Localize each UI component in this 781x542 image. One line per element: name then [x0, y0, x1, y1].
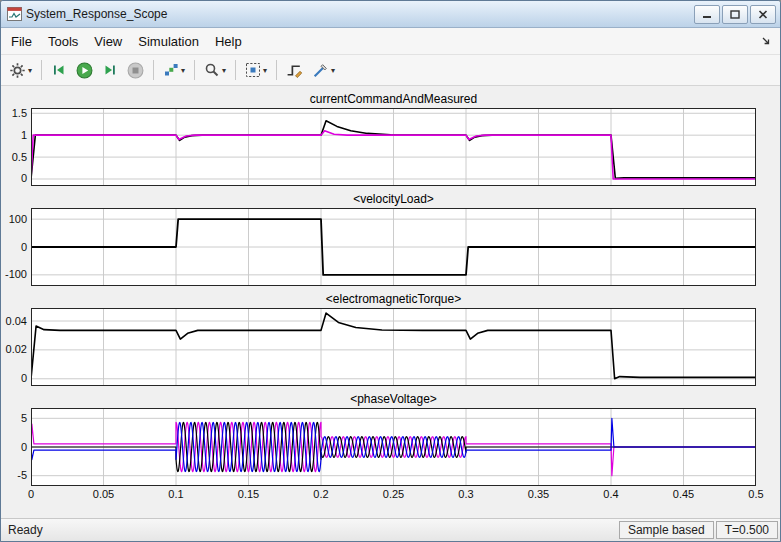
plot-3: <electromagneticTorque>00.020.04	[1, 292, 780, 386]
y-tick-label: 0	[21, 241, 27, 253]
sim-time-box: T=0.500	[716, 521, 778, 539]
cursor-measurements-button[interactable]: ▾	[308, 58, 339, 83]
menubar: FileToolsViewSimulationHelp	[1, 28, 780, 55]
step-forward-button[interactable]	[98, 58, 122, 82]
y-tick-label: 0	[21, 372, 27, 384]
y-tick-label: -100	[5, 268, 27, 280]
plot-2: <velocityLoad>-1000100	[1, 192, 780, 286]
plot-canvas-3[interactable]: 00.020.04	[1, 308, 780, 386]
y-tick-label: 100	[9, 213, 27, 225]
x-tick-label: 0.3	[458, 488, 473, 500]
maximize-button[interactable]	[722, 5, 748, 24]
dropdown-caret-icon: ▾	[263, 66, 267, 75]
settings-button[interactable]: ▾	[5, 58, 36, 83]
y-tick-label: 0	[21, 441, 27, 453]
menu-item-simulation[interactable]: Simulation	[130, 30, 207, 53]
dropdown-caret-icon: ▾	[28, 66, 32, 75]
minimize-button[interactable]	[694, 5, 720, 24]
plot-title-3: <electromagneticTorque>	[31, 292, 756, 307]
zoom-button[interactable]: ▾	[200, 58, 230, 82]
plot-title-1: currentCommandAndMeasured	[31, 92, 756, 107]
stepping-options-button[interactable]: ▾	[159, 58, 189, 82]
trigger-icon	[286, 62, 303, 79]
x-tick-label: 0.4	[603, 488, 618, 500]
toolbar-divider	[153, 60, 154, 80]
y-tick-label: 1.5	[12, 108, 27, 119]
status-text: Ready	[3, 523, 43, 537]
menu-item-file[interactable]: File	[3, 30, 40, 53]
menu-item-tools[interactable]: Tools	[40, 30, 86, 53]
close-icon	[758, 10, 768, 19]
gear-icon	[9, 62, 26, 79]
menu-item-view[interactable]: View	[86, 30, 130, 53]
x-tick-label: 0.5	[748, 488, 763, 500]
y-tick-label: 0.04	[6, 315, 27, 327]
toolbar-divider	[276, 60, 277, 80]
dropdown-caret-icon: ▾	[331, 66, 335, 75]
toolbar-divider	[194, 60, 195, 80]
step-back-icon	[51, 62, 67, 78]
measure-icon	[312, 62, 329, 79]
stop-icon	[127, 62, 144, 79]
run-icon	[76, 62, 93, 79]
scope-window: System_Response_Scope FileToolsViewSimul…	[0, 0, 781, 542]
fit-to-view-button[interactable]: ▾	[241, 58, 271, 82]
toolbar-divider	[235, 60, 236, 80]
y-tick-label: -5	[17, 469, 27, 481]
zoom-icon	[204, 62, 220, 78]
run-button[interactable]	[72, 58, 97, 83]
plot-canvas-1[interactable]: 00.511.5	[1, 108, 780, 186]
step-backward-button[interactable]	[47, 58, 71, 82]
x-tick-label: 0.35	[528, 488, 549, 500]
dropdown-caret-icon: ▾	[181, 66, 185, 75]
plot-canvas-2[interactable]: -1000100	[1, 208, 780, 286]
step-forward-icon	[102, 62, 118, 78]
menu-item-help[interactable]: Help	[207, 30, 250, 53]
x-tick-label: 0.15	[238, 488, 259, 500]
titlebar[interactable]: System_Response_Scope	[1, 1, 780, 28]
plot-canvas-4[interactable]: -505	[1, 408, 780, 486]
stop-button[interactable]	[123, 58, 148, 83]
x-axis-labels: 00.050.10.150.20.250.30.350.40.450.5	[1, 486, 780, 503]
y-tick-label: 0	[21, 172, 27, 184]
scope-app-icon	[7, 7, 22, 21]
plot-title-4: <phaseVoltage>	[31, 392, 756, 407]
triggers-button[interactable]	[282, 58, 307, 83]
toolbar: ▾▾▾▾▾	[1, 55, 780, 86]
x-tick-label: 0.1	[168, 488, 183, 500]
maximize-icon	[730, 10, 740, 19]
x-tick-label: 0.2	[313, 488, 328, 500]
window-title: System_Response_Scope	[26, 7, 694, 21]
statusbar: Ready Sample based T=0.500	[1, 518, 780, 541]
plots-area: currentCommandAndMeasured00.511.5<veloci…	[1, 86, 780, 518]
plot-1: currentCommandAndMeasured00.511.5	[1, 92, 780, 186]
x-tick-label: 0	[28, 488, 34, 500]
y-tick-label: 0.5	[12, 151, 27, 163]
stepping-icon	[163, 62, 179, 78]
sample-mode-box: Sample based	[619, 521, 714, 539]
plot-4: <phaseVoltage>-505	[1, 392, 780, 486]
y-tick-label: 5	[21, 412, 27, 424]
dropdown-caret-icon: ▾	[222, 66, 226, 75]
close-button[interactable]	[750, 5, 776, 24]
fit-icon	[245, 62, 261, 78]
x-tick-label: 0.25	[383, 488, 404, 500]
toolbar-divider	[41, 60, 42, 80]
plot-title-2: <velocityLoad>	[31, 192, 756, 207]
dock-arrow-icon[interactable]	[754, 35, 778, 47]
y-tick-label: 0.02	[6, 343, 27, 355]
x-tick-label: 0.05	[93, 488, 114, 500]
x-tick-label: 0.45	[673, 488, 694, 500]
minimize-icon	[702, 10, 712, 19]
y-tick-label: 1	[21, 129, 27, 141]
